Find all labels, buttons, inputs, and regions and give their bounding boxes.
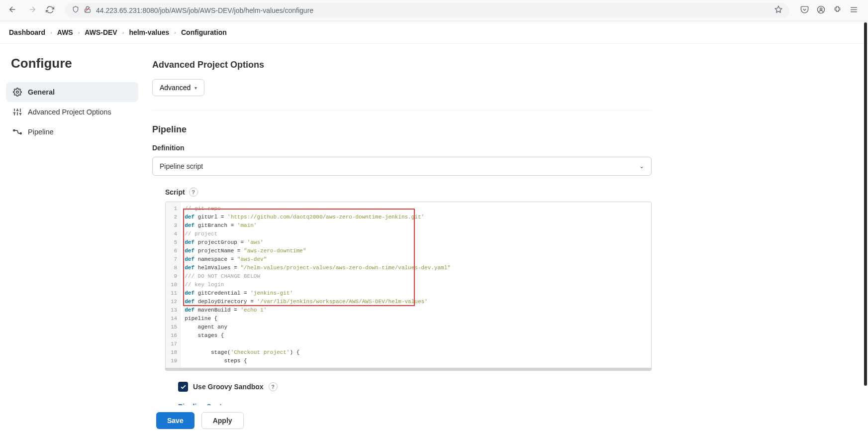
code-area[interactable]: // git repodef gitUrl = 'https://github.…: [181, 202, 651, 368]
breadcrumb-item[interactable]: Configuration: [181, 28, 227, 36]
divider: [152, 110, 652, 110]
chevron-right-icon: ›: [174, 29, 176, 35]
chevron-right-icon: ›: [122, 29, 124, 35]
script-label: Script: [165, 188, 185, 196]
chevron-right-icon: ›: [78, 29, 80, 35]
definition-label: Definition: [152, 144, 652, 152]
breadcrumb-item[interactable]: helm-values: [129, 28, 169, 36]
definition-value: Pipeline script: [160, 162, 203, 170]
breadcrumb-item[interactable]: Dashboard: [9, 28, 45, 36]
groovy-sandbox-checkbox[interactable]: [178, 382, 188, 392]
reload-button[interactable]: [46, 5, 54, 16]
main-content: Advanced Project Options Advanced ▾ Pipe…: [144, 44, 672, 436]
help-icon[interactable]: ?: [269, 382, 278, 391]
sidebar-item-advanced[interactable]: Advanced Project Options: [6, 102, 138, 122]
sidebar-item-label: General: [28, 88, 55, 96]
extensions-icon[interactable]: [833, 5, 842, 16]
line-gutter: 12345678910111213141516171819: [166, 202, 181, 368]
apply-button[interactable]: Apply: [201, 412, 244, 429]
account-icon[interactable]: [817, 5, 825, 16]
pipeline-icon: [13, 127, 22, 136]
svg-point-4: [820, 7, 822, 9]
menu-icon[interactable]: [850, 5, 858, 16]
sidebar-item-label: Advanced Project Options: [28, 108, 111, 116]
shield-icon: [72, 6, 79, 15]
browser-right-icons: [800, 5, 862, 16]
chevron-right-icon: ›: [50, 29, 52, 35]
sidebar-item-general[interactable]: General: [6, 82, 138, 102]
back-button[interactable]: [6, 3, 19, 18]
sandbox-label: Use Groovy Sandbox: [193, 383, 264, 391]
section-heading-advanced: Advanced Project Options: [152, 60, 652, 70]
advanced-button-label: Advanced: [160, 84, 191, 92]
scrollbar-thumb[interactable]: [864, 22, 867, 386]
page-title: Configure: [11, 56, 138, 71]
definition-select[interactable]: Pipeline script ⌄: [152, 157, 652, 176]
script-editor[interactable]: 12345678910111213141516171819 // git rep…: [165, 202, 652, 371]
address-bar[interactable]: 44.223.65.231:8080/job/AWS/job/AWS-DEV/j…: [65, 3, 789, 18]
help-icon[interactable]: ?: [189, 188, 198, 197]
forward-button[interactable]: [26, 3, 39, 18]
breadcrumb-item[interactable]: AWS-DEV: [85, 28, 117, 36]
insecure-icon: [84, 6, 91, 15]
editor-resize-handle[interactable]: [166, 368, 651, 370]
sidebar: Configure General Advanced Project Optio…: [0, 44, 144, 436]
breadcrumb: Dashboard › AWS › AWS-DEV › helm-values …: [0, 21, 868, 44]
sidebar-item-label: Pipeline: [28, 128, 54, 136]
svg-marker-2: [775, 6, 781, 12]
breadcrumb-item[interactable]: AWS: [57, 28, 73, 36]
sidebar-item-pipeline[interactable]: Pipeline: [6, 122, 138, 142]
svg-point-8: [16, 91, 19, 94]
browser-toolbar: 44.223.65.231:8080/job/AWS/job/AWS-DEV/j…: [0, 0, 868, 21]
sliders-icon: [13, 108, 22, 116]
save-button[interactable]: Save: [156, 412, 194, 429]
action-bar: Save Apply: [144, 405, 868, 436]
gear-icon: [13, 88, 22, 97]
advanced-toggle-button[interactable]: Advanced ▾: [152, 79, 204, 96]
pocket-icon[interactable]: [800, 5, 809, 16]
bookmark-icon[interactable]: [774, 5, 782, 15]
chevron-down-icon: ▾: [194, 85, 197, 91]
section-heading-pipeline: Pipeline: [152, 124, 652, 135]
chevron-down-icon: ⌄: [639, 163, 644, 170]
url-text: 44.223.65.231:8080/job/AWS/job/AWS-DEV/j…: [96, 6, 770, 14]
